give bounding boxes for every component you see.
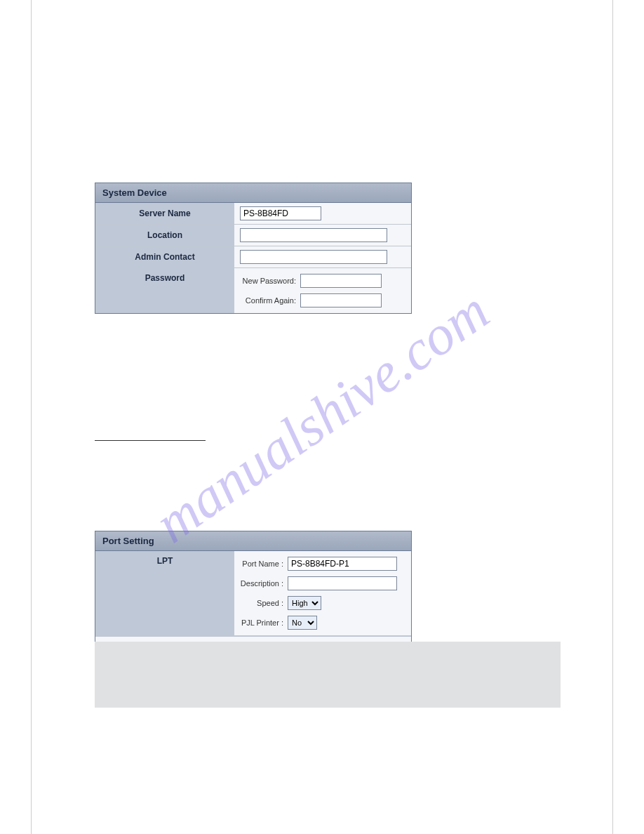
input-server-name[interactable] xyxy=(240,206,321,220)
row-admin-contact: Admin Contact xyxy=(95,246,411,268)
row-password: Password New Password: Confirm Again: xyxy=(95,268,411,313)
divider-line xyxy=(95,440,206,441)
select-pjl-printer[interactable]: No xyxy=(288,616,317,630)
select-speed[interactable]: High xyxy=(288,596,321,610)
label-speed: Speed : xyxy=(240,599,288,607)
document-page: manualshive.com System Device Server Nam… xyxy=(31,0,613,834)
cell-location xyxy=(234,225,411,246)
cell-lpt: Port Name : Description : Speed : High xyxy=(234,551,411,635)
label-confirm-password: Confirm Again: xyxy=(240,296,300,305)
label-location: Location xyxy=(95,225,234,246)
label-admin-contact: Admin Contact xyxy=(95,246,234,267)
row-location: Location xyxy=(95,225,411,246)
subrow-new-password: New Password: xyxy=(240,274,405,288)
subrow-speed: Speed : High xyxy=(240,596,405,610)
label-description: Description : xyxy=(240,579,288,588)
subrow-confirm-password: Confirm Again: xyxy=(240,293,405,307)
ad-placeholder xyxy=(95,642,561,708)
label-port-name: Port Name : xyxy=(240,560,288,568)
input-port-name[interactable] xyxy=(288,557,397,571)
label-password: Password xyxy=(95,268,234,313)
label-lpt: LPT xyxy=(95,551,234,635)
system-device-panel: System Device Server Name Location Admin… xyxy=(95,183,412,314)
row-server-name: Server Name xyxy=(95,203,411,225)
input-confirm-password[interactable] xyxy=(300,293,382,307)
input-description[interactable] xyxy=(288,576,397,590)
spacer xyxy=(95,454,549,531)
input-location[interactable] xyxy=(240,228,387,242)
input-new-password[interactable] xyxy=(300,274,382,288)
port-setting-title: Port Setting xyxy=(95,531,411,551)
label-server-name: Server Name xyxy=(95,203,234,224)
system-device-title: System Device xyxy=(95,183,411,203)
label-pjl-printer: PJL Printer : xyxy=(240,618,288,627)
row-lpt: LPT Port Name : Description : Speed : Hi… xyxy=(95,551,411,636)
subrow-pjl-printer: PJL Printer : No xyxy=(240,616,405,630)
cell-password: New Password: Confirm Again: xyxy=(234,268,411,313)
cell-server-name xyxy=(234,203,411,224)
label-new-password: New Password: xyxy=(240,277,300,285)
subrow-description: Description : xyxy=(240,576,405,590)
cell-admin-contact xyxy=(234,246,411,267)
subrow-port-name: Port Name : xyxy=(240,557,405,571)
input-admin-contact[interactable] xyxy=(240,250,387,264)
